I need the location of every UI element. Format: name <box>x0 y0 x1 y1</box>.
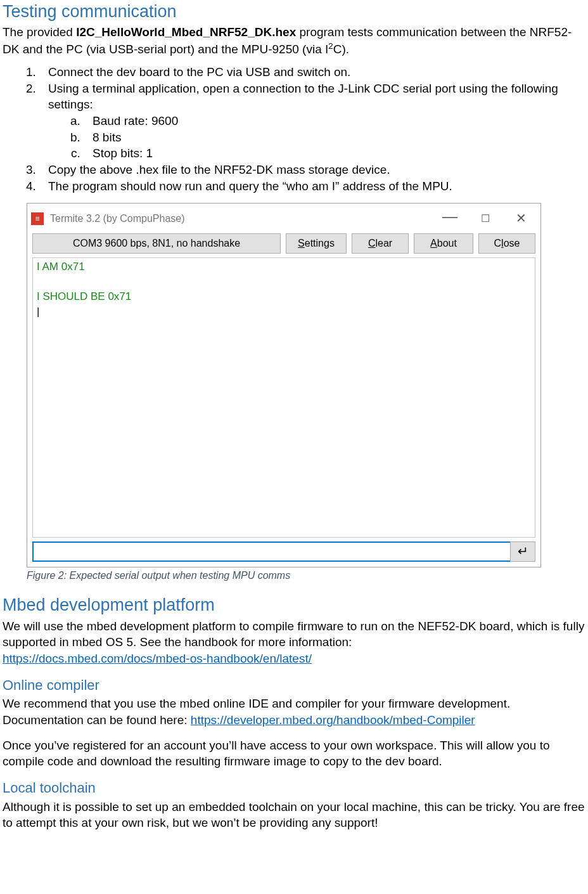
figure-2-caption: Figure 2: Expected serial output when te… <box>27 569 585 583</box>
about-button[interactable]: About <box>414 233 473 254</box>
step-2-text: Using a terminal application, open a con… <box>48 82 558 112</box>
heading-online-compiler: Online compiler <box>3 676 585 695</box>
send-button[interactable]: ↵ <box>510 541 535 562</box>
minimize-button[interactable]: — <box>435 213 464 219</box>
termite-titlebar: ≡ Termite 3.2 (by CompuPhase) — ☐ ✕ <box>27 204 540 233</box>
mbed-compiler-link[interactable]: https://developer.mbed.org/handbook/mbed… <box>191 713 475 727</box>
close-button[interactable]: Close <box>478 233 535 254</box>
output-line-1: I AM 0x71 <box>37 259 531 275</box>
steps-list: Connect the dev board to the PC via USB … <box>3 64 585 194</box>
clear-label: lear <box>375 238 392 249</box>
output-line-2: I SHOULD BE 0x71 <box>37 289 531 304</box>
step-2-sublist: Baud rate: 9600 8 bits Stop bits: 1 <box>48 113 585 162</box>
step-3: Copy the above .hex file to the NRF52-DK… <box>39 162 585 178</box>
output-blank <box>37 275 531 290</box>
step-2: Using a terminal application, open a con… <box>39 81 585 162</box>
online-compiler-p1: We recommend that you use the mbed onlin… <box>3 696 585 728</box>
terminal-output[interactable]: I AM 0x71 I SHOULD BE 0x71 | <box>32 257 535 538</box>
local-toolchain-p1: Although it is possible to set up an emb… <box>3 799 585 831</box>
intro-sup: 2 <box>328 41 333 51</box>
termite-app-icon: ≡ <box>31 212 44 225</box>
heading-testing-communication: Testing communication <box>3 0 585 23</box>
mbed-paragraph: We will use the mbed development platfor… <box>3 618 585 667</box>
close-label: ose <box>504 238 520 249</box>
hex-filename: I2C_HelloWorld_Mbed_NRF52_DK.hex <box>76 25 296 39</box>
intro-text-a: The provided <box>3 25 76 39</box>
about-label: bout <box>437 238 457 249</box>
online-compiler-p2: Once you’ve registered for an account yo… <box>3 737 585 770</box>
step-2a: Baud rate: 9600 <box>84 113 585 129</box>
mbed-handbook-link[interactable]: https://docs.mbed.com/docs/mbed-os-handb… <box>3 652 312 665</box>
enter-icon: ↵ <box>518 543 528 560</box>
step-4: The program should now run and query the… <box>39 178 585 195</box>
port-selector[interactable]: COM3 9600 bps, 8N1, no handshake <box>32 233 281 254</box>
heading-mbed-platform: Mbed development platform <box>3 593 585 616</box>
output-cursor: | <box>37 304 531 320</box>
step-2b: 8 bits <box>84 129 585 146</box>
settings-label: ettings <box>305 238 335 249</box>
step-1: Connect the dev board to the PC via USB … <box>39 64 585 81</box>
settings-button[interactable]: Settings <box>286 233 347 254</box>
intro-paragraph: The provided I2C_HelloWorld_Mbed_NRF52_D… <box>3 24 585 58</box>
maximize-button[interactable]: ☐ <box>471 212 500 226</box>
terminal-input[interactable] <box>32 541 510 562</box>
intro-text-c: C). <box>333 42 349 56</box>
termite-window: ≡ Termite 3.2 (by CompuPhase) — ☐ ✕ COM3… <box>27 203 541 567</box>
terminal-input-row: ↵ <box>32 541 535 562</box>
window-close-button[interactable]: ✕ <box>506 210 535 227</box>
heading-local-toolchain: Local toolchain <box>3 779 585 798</box>
mbed-text: We will use the mbed development platfor… <box>3 619 584 649</box>
clear-button[interactable]: Clear <box>352 233 409 254</box>
step-2c: Stop bits: 1 <box>84 145 585 162</box>
termite-title: Termite 3.2 (by CompuPhase) <box>50 212 185 226</box>
termite-toolbar: COM3 9600 bps, 8N1, no handshake Setting… <box>27 233 540 257</box>
